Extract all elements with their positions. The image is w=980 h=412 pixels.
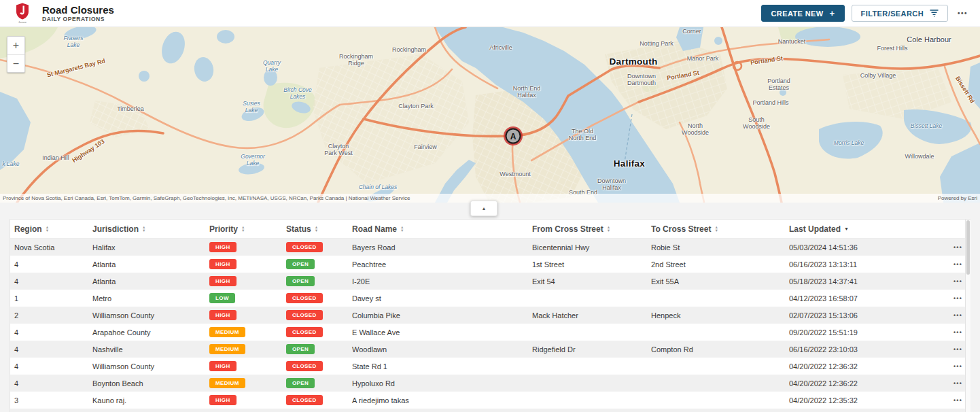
cell-status: CLOSED xyxy=(286,327,352,338)
cell-from_cross_street: Exit 54 xyxy=(532,277,651,286)
row-menu-button[interactable]: ••• xyxy=(952,363,976,370)
table-row[interactable]: 4NashvilleMEDIUMOPENWoodlawnRidgefield D… xyxy=(10,341,970,358)
priority-badge: MEDIUM xyxy=(209,344,245,354)
sort-icon: ▲▼ xyxy=(241,226,245,232)
table-row[interactable]: 4AtlantaHIGHOPENI-20EExit 54Exit 55A05/1… xyxy=(10,273,970,290)
app-header: Juvare Road Closures DAILY OPERATIONS CR… xyxy=(0,0,980,27)
map-label: Portland St xyxy=(750,55,784,67)
cell-to_cross_street: Compton Rd xyxy=(651,345,789,354)
zoom-in-button[interactable]: + xyxy=(7,37,24,54)
row-menu-button[interactable]: ••• xyxy=(952,312,976,319)
map-collapse-button[interactable]: ▲ xyxy=(470,201,497,216)
cell-priority: MEDIUM xyxy=(209,344,286,355)
cell-region: 4 xyxy=(14,379,92,388)
map-label: Portland St xyxy=(666,69,699,82)
cell-status: CLOSED xyxy=(286,361,352,372)
table-row[interactable]: 2Williamson CountyHIGHCLOSEDColumbia Pik… xyxy=(10,307,970,324)
filter-search-button[interactable]: FILTER/SEARCH xyxy=(852,5,948,22)
priority-badge: HIGH xyxy=(209,310,237,320)
column-header-region[interactable]: Region▲▼ xyxy=(14,224,92,234)
cell-region: 1 xyxy=(14,294,92,303)
map-label: Forest Hills xyxy=(877,45,907,52)
map-label: Dartmouth xyxy=(610,56,658,67)
map-labels: Frasers LakeSt Margarets Bay RdHighway 1… xyxy=(0,27,980,203)
cell-road_name: Davey st xyxy=(352,294,532,303)
table-row[interactable]: Nova ScotiaHalifaxHIGHCLOSEDBayers RoadB… xyxy=(10,239,970,256)
app-logo: Juvare xyxy=(12,3,33,24)
status-badge: CLOSED xyxy=(286,395,323,405)
status-badge: OPEN xyxy=(286,259,315,269)
cell-last_updated: 04/12/2023 16:58:07 xyxy=(789,294,952,303)
column-header-to_cross_street[interactable]: To Cross Street▲▼ xyxy=(651,224,789,234)
map-label: Nantucket xyxy=(778,38,806,45)
column-header-jurisdiction[interactable]: Jurisdiction▲▼ xyxy=(92,224,209,234)
create-new-label: CREATE NEW xyxy=(771,10,823,18)
row-menu-button[interactable]: ••• xyxy=(952,278,976,285)
cell-status: OPEN xyxy=(286,259,352,270)
road-closure-marker[interactable]: A xyxy=(506,128,521,144)
table-row[interactable]: 3Kauno raj.HIGHCLOSEDA riedejimo takas04… xyxy=(10,392,970,409)
scrollbar-thumb[interactable] xyxy=(966,220,970,275)
sort-icon: ▲▼ xyxy=(400,226,404,232)
map-label: Highway 103 xyxy=(71,138,105,164)
status-badge: CLOSED xyxy=(286,310,323,320)
cell-priority: HIGH xyxy=(209,276,286,287)
map-label: Downtown Halifax xyxy=(597,177,626,191)
column-header-last_updated[interactable]: Last Updated▼ xyxy=(789,224,952,234)
row-menu-button[interactable]: ••• xyxy=(952,329,976,336)
cell-road_name: A riedejimo takas xyxy=(352,396,532,405)
row-menu-button[interactable]: ••• xyxy=(952,397,976,404)
map-label: St Margarets Bay Rd xyxy=(46,57,106,78)
cell-to_cross_street: 2nd Street xyxy=(651,260,789,269)
map[interactable]: Frasers LakeSt Margarets Bay RdHighway 1… xyxy=(0,27,980,203)
sort-icon: ▲▼ xyxy=(607,226,610,232)
table-row[interactable]: 1MetroLOWCLOSEDDavey st04/12/2023 16:58:… xyxy=(10,290,970,307)
table-scrollbar[interactable]: ▼ xyxy=(965,220,970,412)
column-label: Road Name xyxy=(352,224,397,234)
cell-jurisdiction: Atlanta xyxy=(92,277,209,286)
cell-road_name: Bayers Road xyxy=(352,243,532,252)
map-label: Corner xyxy=(682,28,701,35)
cell-from_cross_street: Bicentennial Hwy xyxy=(532,243,651,252)
table-row[interactable]: 4Williamson CountyHIGHCLOSEDState Rd 104… xyxy=(10,358,970,375)
map-label: Willowdale xyxy=(905,153,934,160)
cell-jurisdiction: Metro xyxy=(92,294,209,303)
map-label: Timberlea xyxy=(117,105,144,112)
cell-road_name: State Rd 1 xyxy=(352,362,532,371)
map-label: Chain of Lakes xyxy=(359,184,398,191)
cell-jurisdiction: Williamson County xyxy=(92,362,209,371)
table-row[interactable]: 4AtlantaHIGHOPENPeachtree1st Street2nd S… xyxy=(10,256,970,273)
cell-road_name: Peachtree xyxy=(352,260,532,269)
row-menu-button[interactable]: ••• xyxy=(952,380,976,387)
map-label: Portland Hills xyxy=(752,99,788,106)
column-header-road_name[interactable]: Road Name▲▼ xyxy=(352,224,532,234)
sort-icon: ▲▼ xyxy=(714,226,718,232)
cell-priority: HIGH xyxy=(209,242,286,253)
cell-jurisdiction: Atlanta xyxy=(92,260,209,269)
table-row[interactable]: 4Arapahoe CountyMEDIUMCLOSEDE Wallace Av… xyxy=(10,324,970,341)
cell-last_updated: 04/20/2022 12:36:32 xyxy=(789,362,952,371)
row-menu-button[interactable]: ••• xyxy=(952,261,976,268)
row-menu-button[interactable]: ••• xyxy=(952,346,976,353)
column-header-status[interactable]: Status▲▼ xyxy=(286,224,352,234)
cell-to_cross_street: Henpeck xyxy=(651,311,789,320)
create-new-button[interactable]: CREATE NEW + xyxy=(761,5,844,22)
column-header-priority[interactable]: Priority▲▼ xyxy=(209,224,286,234)
map-label: Frasers Lake xyxy=(64,35,84,48)
header-overflow-menu-icon[interactable]: ••• xyxy=(955,10,970,17)
table-partial-row xyxy=(10,409,970,412)
row-menu-button[interactable]: ••• xyxy=(952,244,976,251)
table-row[interactable]: 4Boynton BeachMEDIUMOPENHypoluxo Rd04/20… xyxy=(10,375,970,392)
map-label: North End Halifax xyxy=(513,85,541,99)
cell-from_cross_street: Mack Hatcher xyxy=(532,311,651,320)
column-header-from_cross_street[interactable]: From Cross Street▲▼ xyxy=(532,224,651,234)
column-label: Status xyxy=(286,224,311,234)
map-label: Africville xyxy=(489,44,512,51)
map-label: Bissett Lake xyxy=(911,123,942,130)
sort-icon: ▲▼ xyxy=(315,226,318,232)
cell-road_name: I-20E xyxy=(352,277,532,286)
map-label: Notting Park xyxy=(640,40,673,47)
row-menu-button[interactable]: ••• xyxy=(952,295,976,302)
zoom-out-button[interactable]: − xyxy=(7,54,24,72)
cell-region: 4 xyxy=(14,260,92,269)
